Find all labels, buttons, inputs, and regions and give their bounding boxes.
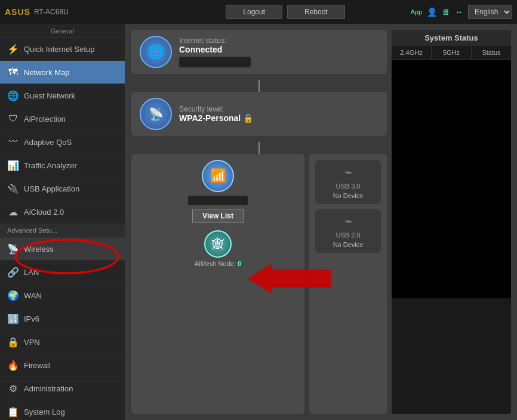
security-value: WPA2-Personal 🔒: [179, 113, 378, 123]
router-block: 📡 Security level: WPA2-Personal 🔒: [131, 92, 387, 136]
aimesh-block: 🕸 AiMesh Node: 0: [195, 230, 241, 267]
app-label: App: [410, 8, 422, 16]
traffic-analyzer-icon: 📊: [7, 159, 19, 171]
sidebar-item-system-log[interactable]: 📋 System Log: [0, 400, 125, 420]
system-status-title: System Status: [392, 30, 511, 46]
sidebar-item-firewall[interactable]: 🔥 Firewall: [0, 354, 125, 377]
quick-setup-icon: ⚡: [7, 43, 19, 55]
usb30-status: No Device: [333, 192, 364, 199]
network-panel: 🌐 Internet status: Connected 📡 Security …: [131, 30, 387, 414]
aimesh-count: 0: [238, 260, 241, 267]
usb20-label: USB 2.0: [336, 231, 361, 239]
internet-block: 🌐 Internet status: Connected: [131, 30, 387, 74]
sidebar-label-aiprotection: AiProtection: [24, 115, 66, 123]
aimesh-icon: 🕸: [204, 230, 232, 258]
system-log-icon: 📋: [7, 406, 19, 418]
sidebar-item-administration[interactable]: ⚙ Administration: [0, 377, 125, 400]
internet-info: Internet status: Connected: [179, 36, 378, 67]
wan-icon: 🌍: [7, 289, 19, 301]
router-icon: 📡: [140, 98, 172, 130]
logo-area: ASUS RT-AC68U: [5, 7, 130, 17]
main-layout: General ⚡ Quick Internet Setup 🗺 Network…: [0, 24, 517, 420]
bottom-row: 📶 View List 🕸 AiMesh Node: 0: [131, 154, 387, 414]
sidebar-label-lan: LAN: [24, 268, 39, 277]
model: RT-AC68U: [34, 8, 69, 16]
sidebar-label-wan: WAN: [24, 291, 42, 300]
sidebar-item-usb-application[interactable]: 🔌 USB Application: [0, 177, 125, 200]
ssid-bar: [188, 196, 248, 205]
vpn-icon: 🔒: [7, 336, 19, 348]
connector-internet-router: [258, 80, 260, 92]
sidebar-item-quick-internet-setup[interactable]: ⚡ Quick Internet Setup: [0, 38, 125, 61]
sidebar-label-aicloud: AiCloud 2.0: [24, 208, 64, 217]
logout-button[interactable]: Logout: [226, 5, 282, 19]
internet-status-label: Internet status:: [179, 36, 378, 45]
sidebar-label-quick-internet-setup: Quick Internet Setup: [24, 45, 95, 54]
firewall-icon: 🔥: [7, 359, 19, 371]
sidebar-label-wireless: Wireless: [24, 245, 54, 254]
content-area: 🌐 Internet status: Connected 📡 Security …: [125, 24, 517, 420]
display-icon[interactable]: 🖥: [442, 7, 450, 17]
sidebar-label-ipv6: IPv6: [24, 314, 39, 323]
adaptive-qos-icon: 〰: [7, 136, 19, 148]
language-select[interactable]: English: [468, 5, 512, 19]
usb30-icon: ⌁: [344, 165, 352, 180]
lan-icon: 🔗: [7, 266, 19, 278]
sidebar-label-vpn: VPN: [24, 338, 40, 347]
usb20-item: ⌁ USB 2.0 No Device: [315, 209, 381, 253]
internet-ssid-bar: [179, 57, 251, 67]
guest-network-icon: 🌐: [7, 89, 19, 101]
top-buttons: Logout Reboot: [130, 5, 441, 19]
view-list-button[interactable]: View List: [192, 209, 244, 223]
sidebar-item-wan[interactable]: 🌍 WAN: [0, 284, 125, 307]
clients-icon: 📶: [202, 160, 234, 192]
reboot-button[interactable]: Reboot: [287, 5, 345, 19]
sidebar-section-advanced: Advanced Setu...: [0, 224, 125, 237]
sidebar-item-wireless[interactable]: 📡 Wireless: [0, 237, 125, 261]
sidebar-item-traffic-analyzer[interactable]: 📊 Traffic Analyzer: [0, 154, 125, 177]
wireless-clients-block: 📶 View List 🕸 AiMesh Node: 0: [131, 154, 304, 414]
security-label: Security level:: [179, 105, 378, 113]
sidebar-label-guest-network: Guest Network: [24, 91, 75, 100]
system-status-body: [392, 60, 511, 298]
logo: ASUS: [5, 7, 30, 17]
aiprotection-icon: 🛡: [7, 113, 19, 125]
sidebar-item-lan[interactable]: 🔗 LAN: [0, 261, 125, 284]
top-right: App 👤 🖥 ↔ English: [441, 5, 512, 19]
router-info: Security level: WPA2-Personal 🔒: [179, 105, 378, 123]
usb20-status: No Device: [333, 241, 364, 248]
usb30-item: ⌁ USB 3.0 No Device: [315, 160, 381, 204]
share-icon[interactable]: ↔: [455, 7, 463, 17]
sidebar-item-aiprotection[interactable]: 🛡 AiProtection: [0, 107, 125, 131]
sidebar-label-network-map: Network Map: [24, 68, 70, 77]
sidebar-item-network-map[interactable]: 🗺 Network Map: [0, 61, 125, 84]
sidebar-item-guest-network[interactable]: 🌐 Guest Network: [0, 84, 125, 107]
administration-icon: ⚙: [7, 382, 19, 394]
status-header-status: Status: [472, 46, 511, 59]
ipv6-icon: 🔢: [7, 313, 19, 325]
system-status-headers: 2.4GHz 5GHz Status: [392, 46, 511, 60]
sidebar-label-advanced: Advanced Setu...: [7, 227, 57, 234]
aicloud-icon: ☁: [7, 206, 19, 218]
aimesh-label: AiMesh Node: 0: [195, 260, 241, 267]
sidebar-item-vpn[interactable]: 🔒 VPN: [0, 331, 125, 354]
usb20-icon: ⌁: [344, 214, 352, 229]
sidebar-item-adaptive-qos[interactable]: 〰 Adaptive QoS: [0, 131, 125, 154]
connector-router-bottom: [258, 142, 260, 154]
sidebar-section-general: General: [0, 24, 125, 38]
sidebar-label-system-log: System Log: [24, 407, 65, 416]
user-icon[interactable]: 👤: [427, 7, 437, 17]
internet-status-value: Connected: [179, 45, 378, 54]
sidebar-label-adaptive-qos: Adaptive QoS: [24, 138, 72, 147]
status-header-5ghz: 5GHz: [432, 46, 472, 59]
network-map-icon: 🗺: [7, 66, 19, 78]
sidebar-item-ipv6[interactable]: 🔢 IPv6: [0, 307, 125, 331]
top-bar: ASUS RT-AC68U Logout Reboot App 👤 🖥 ↔ En…: [0, 0, 517, 24]
sidebar-label-firewall: Firewall: [24, 361, 51, 370]
sidebar-item-aicloud[interactable]: ☁ AiCloud 2.0: [0, 200, 125, 224]
internet-icon: 🌐: [140, 36, 172, 68]
sidebar-label-traffic-analyzer: Traffic Analyzer: [24, 161, 77, 170]
usb-application-icon: 🔌: [7, 183, 19, 194]
usb-block: ⌁ USB 3.0 No Device ⌁ USB 2.0 No Device: [309, 154, 387, 414]
system-status-panel: System Status 2.4GHz 5GHz Status: [392, 30, 511, 414]
